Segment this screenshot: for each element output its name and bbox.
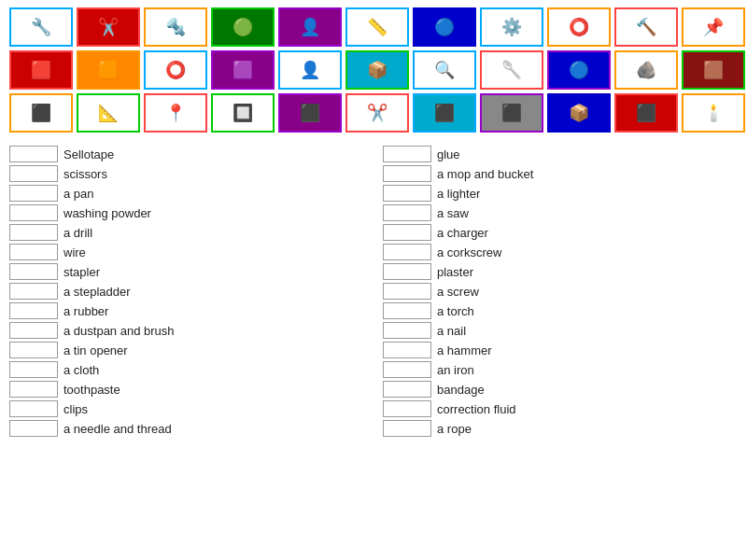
image-cell-r2c8[interactable]: 🥄 (480, 50, 543, 90)
answer-box[interactable] (383, 361, 431, 378)
answer-box[interactable] (9, 244, 58, 260)
word-label: glue (437, 147, 460, 161)
image-cell-r1c11[interactable]: 📌 (682, 7, 745, 47)
image-cell-r3c2[interactable]: 📐 (77, 93, 140, 133)
answer-box[interactable] (9, 185, 58, 202)
image-cell-r2c5[interactable]: 👤 (278, 50, 342, 90)
answer-box[interactable] (383, 224, 431, 241)
list-item: a tin opener (9, 342, 364, 358)
left-word-column: Sellotapescissorsa panwashing powdera dr… (9, 146, 364, 437)
image-cell-r3c11[interactable]: 🕯️ (682, 93, 745, 133)
answer-box[interactable] (9, 224, 58, 241)
word-label: a dustpan and brush (63, 324, 175, 338)
answer-box[interactable] (9, 146, 58, 162)
answer-box[interactable] (9, 361, 58, 378)
image-cell-r3c3[interactable]: 📍 (144, 93, 207, 133)
answer-box[interactable] (383, 263, 431, 280)
image-cell-r3c10[interactable]: ⬛ (614, 93, 678, 133)
image-cell-r3c7[interactable]: ⬛ (413, 93, 476, 133)
list-item: a lighter (383, 185, 738, 202)
image-cell-r3c4[interactable]: 🔲 (211, 93, 275, 133)
list-item: a dustpan and brush (9, 322, 364, 339)
list-item: a hammer (383, 342, 738, 358)
list-item: glue (383, 146, 738, 162)
answer-box[interactable] (383, 342, 431, 358)
answer-box[interactable] (9, 342, 58, 358)
answer-box[interactable] (9, 283, 58, 300)
list-item: wire (9, 244, 364, 260)
image-cell-r2c1[interactable]: 🟥 (9, 50, 73, 90)
image-cell-r3c5[interactable]: ⬛ (278, 93, 342, 133)
list-item: a rope (383, 420, 738, 437)
list-item: a pan (9, 185, 364, 202)
answer-box[interactable] (383, 381, 431, 398)
list-item: toothpaste (9, 381, 364, 398)
list-item: a charger (383, 224, 738, 241)
answer-box[interactable] (383, 146, 431, 162)
answer-box[interactable] (9, 400, 58, 417)
answer-box[interactable] (9, 302, 58, 319)
list-item: correction fluid (383, 400, 738, 417)
answer-box[interactable] (9, 165, 58, 182)
answer-box[interactable] (383, 165, 431, 182)
word-label: wire (63, 245, 86, 259)
answer-box[interactable] (9, 263, 58, 280)
image-cell-r2c11[interactable]: 🟫 (682, 50, 745, 90)
word-label: a nail (437, 324, 466, 338)
list-item: a nail (383, 322, 738, 339)
answer-box[interactable] (9, 204, 58, 221)
word-label: stapler (63, 265, 100, 279)
list-item: a needle and thread (9, 420, 364, 437)
answer-box[interactable] (383, 204, 431, 221)
image-cell-r1c2[interactable]: ✂️ (77, 7, 140, 47)
word-label: a rubber (63, 304, 108, 318)
answer-box[interactable] (383, 400, 431, 417)
answer-box[interactable] (9, 420, 58, 437)
image-cell-r1c8[interactable]: ⚙️ (480, 7, 543, 47)
list-item: plaster (383, 263, 738, 280)
image-cell-r2c3[interactable]: ⭕ (144, 50, 207, 90)
image-cell-r1c3[interactable]: 🔩 (144, 7, 207, 47)
word-label: a cloth (63, 363, 99, 377)
word-list-section: Sellotapescissorsa panwashing powdera dr… (0, 140, 747, 442)
answer-box[interactable] (383, 322, 431, 339)
answer-box[interactable] (383, 420, 431, 437)
answer-box[interactable] (383, 244, 431, 260)
list-item: washing powder (9, 204, 364, 221)
image-cell-r1c4[interactable]: 🟢 (211, 7, 275, 47)
answer-box[interactable] (383, 302, 431, 319)
image-cell-r3c8[interactable]: ⬛ (480, 93, 543, 133)
list-item: scissors (9, 165, 364, 182)
answer-box[interactable] (383, 283, 431, 300)
image-cell-r1c1[interactable]: 🔧 (9, 7, 73, 47)
image-cell-r3c1[interactable]: ⬛ (9, 93, 73, 133)
list-item: a torch (383, 302, 738, 319)
image-cell-r2c6[interactable]: 📦 (345, 50, 409, 90)
image-cell-r1c10[interactable]: 🔨 (614, 7, 678, 47)
image-cell-r2c9[interactable]: 🔵 (547, 50, 611, 90)
image-cell-r1c9[interactable]: ⭕ (547, 7, 611, 47)
image-row-3: ⬛📐📍🔲⬛✂️⬛⬛📦⬛🕯️ (9, 93, 738, 133)
word-label: a rope (437, 422, 472, 436)
word-label: plaster (437, 265, 473, 279)
image-cell-r2c7[interactable]: 🔍 (413, 50, 476, 90)
image-cell-r2c10[interactable]: 🪨 (614, 50, 678, 90)
word-label: a screw (437, 285, 479, 299)
list-item: stapler (9, 263, 364, 280)
word-label: a torch (437, 304, 474, 318)
answer-box[interactable] (383, 185, 431, 202)
word-label: an iron (437, 363, 474, 377)
word-label: a lighter (437, 187, 480, 201)
image-cell-r1c5[interactable]: 👤 (278, 7, 342, 47)
answer-box[interactable] (9, 322, 58, 339)
image-cell-r2c2[interactable]: 🟧 (77, 50, 140, 90)
answer-box[interactable] (9, 381, 58, 398)
image-cell-r1c7[interactable]: 🔵 (413, 7, 476, 47)
image-cell-r3c6[interactable]: ✂️ (345, 93, 409, 133)
image-cell-r2c4[interactable]: 🟪 (211, 50, 275, 90)
image-cell-r1c6[interactable]: 📏 (345, 7, 409, 47)
word-label: washing powder (63, 206, 151, 220)
image-row-1: 🔧✂️🔩🟢👤📏🔵⚙️⭕🔨📌 (9, 7, 738, 47)
list-item: clips (9, 400, 364, 417)
image-cell-r3c9[interactable]: 📦 (547, 93, 611, 133)
